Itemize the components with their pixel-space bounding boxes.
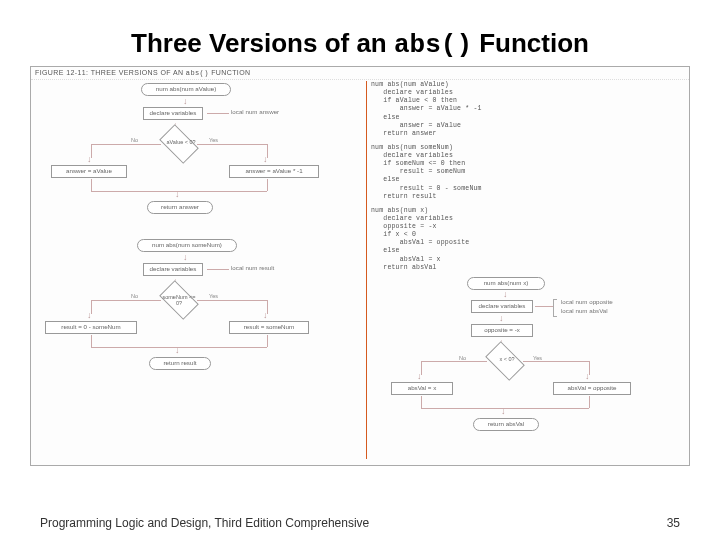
arrow-icon: ↓ (417, 372, 422, 381)
arrow-icon: ↓ (175, 190, 180, 199)
slide: Three Versions of an abs() Function FIGU… (0, 0, 720, 540)
fc1-left: answer = aValue (51, 165, 127, 178)
fc2-return: return result (149, 357, 211, 370)
connector (267, 335, 268, 347)
code-block-1: num abs(num aValue) declare variables if… (371, 81, 685, 138)
connector (535, 306, 553, 307)
title-post: Function (472, 28, 589, 58)
fc2-local: local num result (231, 265, 311, 272)
arrow-icon: ↓ (263, 155, 268, 164)
connector (197, 144, 267, 145)
flowchart-left-area: num abs(num aValue) ↓ declare variables … (31, 81, 366, 465)
fc1-declare: declare variables (143, 107, 203, 120)
fc3-cond: x < 0? (487, 356, 527, 362)
title-code: abs() (394, 30, 472, 60)
fc1-yes: Yes (209, 137, 218, 143)
arrow-icon: ↓ (175, 346, 180, 355)
connector (207, 269, 229, 270)
figcap-post: FUNCTION (209, 69, 251, 76)
vertical-divider (366, 81, 367, 459)
figcap-pre: FIGURE 12-11: THREE VERSIONS OF AN (35, 69, 186, 76)
fc2-right: result = someNum (229, 321, 309, 334)
fc3-return: return absVal (473, 418, 539, 431)
fc2-decision: someNum <= 0? (159, 280, 199, 320)
fc1-start: num abs(num aValue) (141, 83, 231, 96)
connector (91, 335, 92, 347)
fc3-right: absVal = opposite (553, 382, 631, 395)
fc3-local2: local num absVal (561, 308, 657, 315)
arrow-icon: ↓ (183, 97, 188, 106)
code-block-3: num abs(num x) declare variables opposit… (371, 207, 685, 272)
fc2-start: num abs(num someNum) (137, 239, 237, 252)
flowchart-3-area: num abs(num x) ↓ declare variables local… (371, 277, 685, 465)
slide-title: Three Versions of an abs() Function (30, 28, 690, 60)
connector (421, 396, 422, 408)
fc3-decision: x < 0? (485, 341, 525, 381)
figure-caption: FIGURE 12-11: THREE VERSIONS OF AN abs()… (31, 67, 689, 80)
arrow-icon: ↓ (87, 311, 92, 320)
connector (91, 179, 92, 191)
fc2-cond: someNum <= 0? (159, 294, 199, 306)
connector (197, 300, 267, 301)
fc1-local: local num answer (231, 109, 311, 116)
fc3-left: absVal = x (391, 382, 453, 395)
fc1-cond: aValue < 0? (161, 139, 201, 145)
fc3-opp: opposite = -x (471, 324, 533, 337)
arrow-icon: ↓ (585, 372, 590, 381)
figcap-code: abs() (186, 69, 209, 77)
pseudocode-area: num abs(num aValue) declare variables if… (371, 81, 685, 272)
footer-text: Programming Logic and Design, Third Edit… (40, 516, 369, 530)
fc1-no: No (131, 137, 138, 143)
title-pre: Three Versions of an (131, 28, 394, 58)
connector (91, 144, 161, 145)
page-number: 35 (667, 516, 680, 530)
connector (523, 361, 589, 362)
figure-container: FIGURE 12-11: THREE VERSIONS OF AN abs()… (30, 66, 690, 466)
connector (91, 300, 161, 301)
fc2-yes: Yes (209, 293, 218, 299)
fc2-no: No (131, 293, 138, 299)
fc1-right: answer = aValue * -1 (229, 165, 319, 178)
connector (421, 361, 487, 362)
code-block-2: num abs(num someNum) declare variables i… (371, 144, 685, 201)
fc2-declare: declare variables (143, 263, 203, 276)
arrow-icon: ↓ (503, 290, 508, 299)
slide-footer: Programming Logic and Design, Third Edit… (40, 516, 680, 530)
arrow-icon: ↓ (183, 253, 188, 262)
fc1-return: return answer (147, 201, 213, 214)
connector (207, 113, 229, 114)
fc1-decision: aValue < 0? (159, 124, 199, 164)
fc2-left: result = 0 - someNum (45, 321, 137, 334)
connector (267, 179, 268, 191)
brace-icon (553, 299, 557, 317)
connector (589, 396, 590, 408)
arrow-icon: ↓ (501, 407, 506, 416)
fc3-declare: declare variables (471, 300, 533, 313)
fc3-start: num abs(num x) (467, 277, 545, 290)
arrow-icon: ↓ (499, 314, 504, 323)
arrow-icon: ↓ (263, 311, 268, 320)
fc3-local1: local num opposite (561, 299, 657, 306)
arrow-icon: ↓ (87, 155, 92, 164)
